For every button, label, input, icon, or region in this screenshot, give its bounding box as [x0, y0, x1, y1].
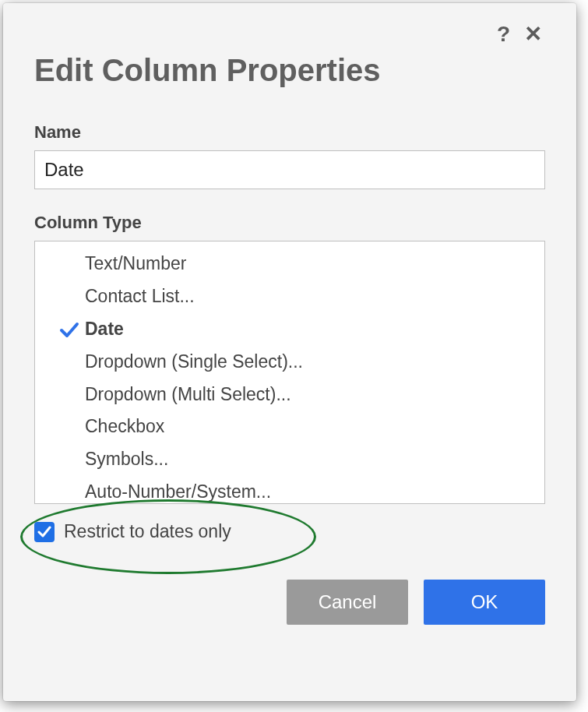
column-type-list: Text/Number Contact List... Date Dropdow… [34, 241, 545, 504]
dialog-buttons: Cancel OK [34, 580, 545, 625]
name-label: Name [34, 122, 545, 143]
dialog-topbar: ? ✕ [34, 19, 545, 45]
checkmark-icon [37, 526, 51, 538]
check-icon [54, 321, 85, 338]
restrict-label: Restrict to dates only [64, 521, 231, 542]
name-input[interactable] [44, 159, 535, 181]
dialog-title: Edit Column Properties [34, 53, 545, 88]
column-type-item-date[interactable]: Date [35, 313, 544, 346]
ok-button[interactable]: OK [424, 580, 545, 625]
column-type-item-label: Date [85, 318, 544, 341]
column-type-item-label: Contact List... [85, 285, 544, 308]
name-input-container [34, 150, 545, 189]
column-type-label: Column Type [34, 213, 545, 233]
column-type-item-text-number[interactable]: Text/Number [35, 248, 544, 280]
column-type-item-label: Checkbox [85, 415, 544, 439]
column-type-item-symbols[interactable]: Symbols... [35, 443, 544, 476]
cancel-button[interactable]: Cancel [287, 580, 408, 625]
column-type-item-label: Dropdown (Single Select)... [85, 351, 544, 374]
column-type-item-label: Dropdown (Multi Select)... [85, 383, 544, 407]
column-type-item-contact-list[interactable]: Contact List... [35, 280, 544, 313]
column-type-item-label: Text/Number [85, 252, 544, 276]
column-type-item-label: Symbols... [85, 448, 544, 471]
help-icon[interactable]: ? [497, 23, 510, 45]
column-type-item-checkbox[interactable]: Checkbox [35, 411, 544, 443]
edit-column-properties-dialog: ? ✕ Edit Column Properties Name Column T… [3, 3, 576, 701]
column-type-item-dropdown-single[interactable]: Dropdown (Single Select)... [35, 346, 544, 379]
column-type-item-auto-number[interactable]: Auto-Number/System... [35, 476, 544, 504]
restrict-to-dates-row: Restrict to dates only [34, 521, 545, 542]
restrict-checkbox[interactable] [34, 522, 55, 542]
column-type-item-label: Auto-Number/System... [85, 481, 544, 504]
close-icon[interactable]: ✕ [524, 23, 542, 45]
column-type-item-dropdown-multi[interactable]: Dropdown (Multi Select)... [35, 379, 544, 411]
